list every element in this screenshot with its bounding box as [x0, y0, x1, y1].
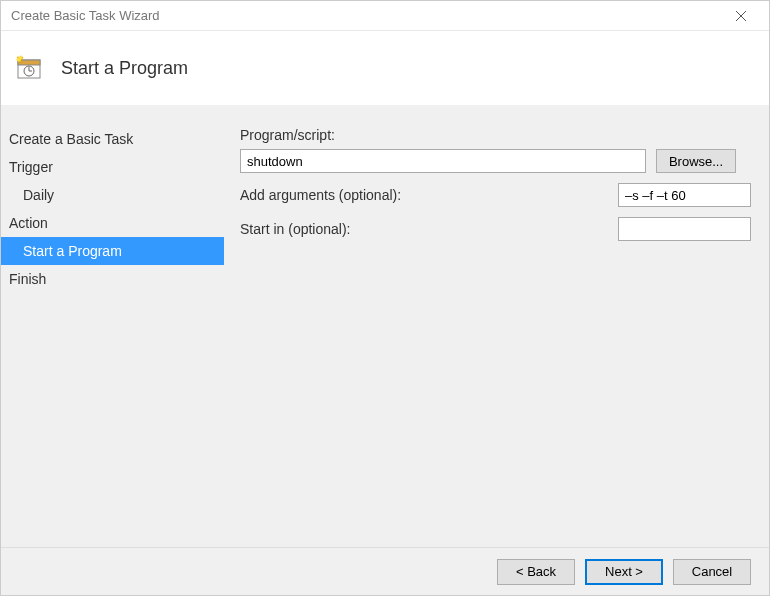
wizard-footer: < Back Next > Cancel	[1, 547, 769, 595]
sidebar-step-finish[interactable]: Finish	[1, 265, 224, 293]
wizard-steps-sidebar: Create a Basic Task Trigger Daily Action…	[1, 105, 224, 547]
browse-button[interactable]: Browse...	[656, 149, 736, 173]
close-icon	[736, 11, 746, 21]
next-button[interactable]: Next >	[585, 559, 663, 585]
wizard-header: Start a Program	[1, 31, 769, 105]
sidebar-step-action[interactable]: Action	[1, 209, 224, 237]
back-button[interactable]: < Back	[497, 559, 575, 585]
program-script-input[interactable]	[240, 149, 646, 173]
window-title: Create Basic Task Wizard	[11, 8, 160, 23]
arguments-input[interactable]	[618, 183, 751, 207]
startin-row: Start in (optional):	[240, 217, 751, 241]
task-scheduler-icon	[15, 54, 43, 82]
sidebar-step-start-a-program[interactable]: Start a Program	[1, 237, 224, 265]
sidebar-step-create-basic-task[interactable]: Create a Basic Task	[1, 125, 224, 153]
wizard-window: Create Basic Task Wizard Start a Program	[0, 0, 770, 596]
titlebar: Create Basic Task Wizard	[1, 1, 769, 31]
sidebar-step-daily[interactable]: Daily	[1, 181, 224, 209]
arguments-row: Add arguments (optional):	[240, 183, 751, 207]
content-area: Create a Basic Task Trigger Daily Action…	[1, 105, 769, 547]
sidebar-step-trigger[interactable]: Trigger	[1, 153, 224, 181]
program-row: Program/script: Browse...	[240, 127, 751, 173]
program-label: Program/script:	[240, 127, 751, 143]
cancel-button[interactable]: Cancel	[673, 559, 751, 585]
close-button[interactable]	[721, 2, 761, 30]
arguments-label: Add arguments (optional):	[240, 187, 405, 203]
startin-label: Start in (optional):	[240, 221, 405, 237]
startin-input[interactable]	[618, 217, 751, 241]
form-panel: Program/script: Browse... Add arguments …	[224, 105, 769, 547]
page-title: Start a Program	[61, 58, 188, 79]
